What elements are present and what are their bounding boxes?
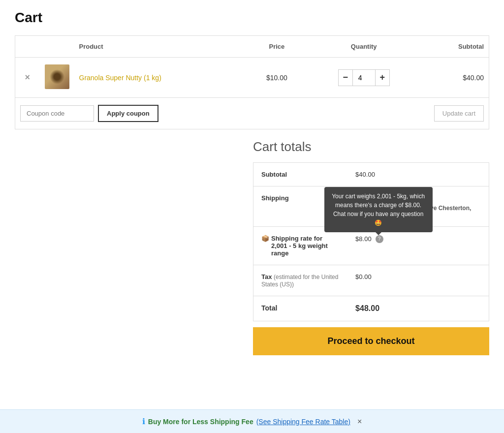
cart-table: Product Price Quantity Subtotal × Granol… bbox=[15, 35, 489, 129]
cart-totals-wrapper: Cart totals Subtotal $40.00 Shipping Fla… bbox=[15, 139, 489, 355]
remove-item-button[interactable]: × bbox=[25, 72, 30, 83]
shipping-rate-value-cell: $8.00 ? Your cart weighs 2,001 - 5kg, wh… bbox=[347, 227, 489, 265]
update-cart-button[interactable]: Update cart bbox=[434, 105, 484, 122]
product-link[interactable]: Granola Super Nutty (1 kg) bbox=[79, 74, 161, 82]
shipping-rate-amount: $8.00 bbox=[355, 235, 372, 243]
totals-table: Subtotal $40.00 Shipping Flat rate Shipp… bbox=[253, 162, 489, 321]
cart-totals: Cart totals Subtotal $40.00 Shipping Fla… bbox=[253, 139, 489, 355]
quantity-increase-button[interactable]: + bbox=[375, 69, 390, 86]
col-header-remove bbox=[15, 36, 40, 58]
product-price: $10.00 bbox=[266, 74, 287, 82]
shipping-rate-value-wrapper: $8.00 ? Your cart weighs 2,001 - 5kg, wh… bbox=[355, 235, 481, 243]
col-header-price: Price bbox=[248, 36, 306, 58]
product-name-cell: Granola Super Nutty (1 kg) bbox=[74, 58, 248, 98]
quantity-control: − + bbox=[311, 69, 417, 86]
product-subtotal: $40.00 bbox=[463, 74, 484, 82]
product-quantity-cell: − + bbox=[306, 58, 422, 98]
tooltip-container: ? Your cart weighs 2,001 - 5kg, which me… bbox=[374, 235, 383, 243]
shipping-rate-label-cell: 📦 Shipping rate for 2,001 - 5 kg weight … bbox=[253, 227, 348, 265]
product-subtotal-cell: $40.00 bbox=[422, 58, 489, 98]
shipping-rate-label-wrapper: 📦 Shipping rate for 2,001 - 5 kg weight … bbox=[261, 235, 340, 257]
product-image-cell bbox=[40, 58, 74, 98]
coupon-cell: Apply coupon bbox=[15, 98, 306, 129]
subtotal-label: Subtotal bbox=[253, 163, 348, 186]
coupon-input[interactable] bbox=[20, 105, 94, 122]
col-header-quantity: Quantity bbox=[306, 36, 422, 58]
shipping-package-icon: 📦 bbox=[261, 235, 269, 242]
total-label: Total bbox=[253, 296, 348, 321]
tax-row: Tax (estimated for the United States (US… bbox=[253, 265, 489, 296]
apply-coupon-button[interactable]: Apply coupon bbox=[98, 105, 158, 122]
tax-value: $0.00 bbox=[347, 265, 489, 296]
col-header-image bbox=[40, 36, 74, 58]
shipping-rate-text: Shipping rate for 2,001 - 5 kg weight ra… bbox=[271, 235, 340, 257]
total-value: $48.00 bbox=[347, 296, 489, 321]
tax-label-cell: Tax (estimated for the United States (US… bbox=[253, 265, 348, 296]
table-row: × Granola Super Nutty (1 kg) $10.00 − + … bbox=[15, 58, 489, 98]
subtotal-row: Subtotal $40.00 bbox=[253, 163, 489, 186]
subtotal-value: $40.00 bbox=[347, 163, 489, 186]
col-header-product: Product bbox=[74, 36, 248, 58]
product-price-cell: $10.00 bbox=[248, 58, 306, 98]
quantity-decrease-button[interactable]: − bbox=[338, 69, 353, 86]
remove-cell: × bbox=[15, 58, 40, 98]
coupon-section: Apply coupon bbox=[20, 105, 301, 122]
tax-label: Tax bbox=[261, 273, 272, 280]
tooltip-box: Your cart weighs 2,001 - 5kg, which mean… bbox=[324, 187, 433, 232]
quantity-input[interactable] bbox=[353, 69, 375, 86]
shipping-rate-row: 📦 Shipping rate for 2,001 - 5 kg weight … bbox=[253, 227, 489, 265]
product-image bbox=[45, 64, 69, 89]
col-header-subtotal: Subtotal bbox=[422, 36, 489, 58]
update-cell: Update cart bbox=[306, 98, 489, 129]
total-row: Total $48.00 bbox=[253, 296, 489, 321]
tax-sublabel: (estimated for the United States (US)) bbox=[261, 274, 338, 288]
page-title: Cart bbox=[15, 10, 489, 26]
cart-totals-heading: Cart totals bbox=[253, 139, 489, 155]
coupon-row: Apply coupon Update cart bbox=[15, 98, 489, 129]
checkout-button[interactable]: Proceed to checkout bbox=[253, 327, 489, 355]
